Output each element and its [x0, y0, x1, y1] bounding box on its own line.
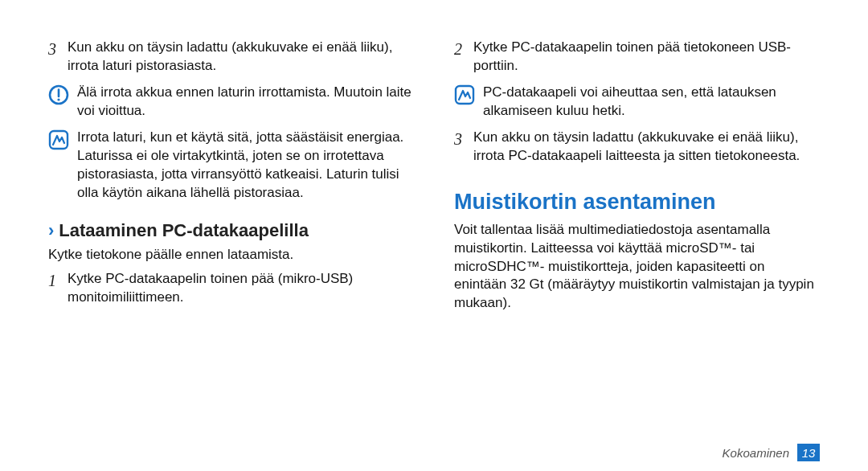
step-item: 3 Kun akku on täysin ladattu (akkukuvake…: [454, 129, 820, 166]
step-item: 3 Kun akku on täysin ladattu (akkukuvake…: [48, 39, 414, 76]
section-body: Voit tallentaa lisää multimediatiedostoj…: [454, 221, 820, 313]
step-number: 1: [48, 270, 68, 290]
info-icon: [454, 84, 483, 105]
svg-point-2: [57, 98, 59, 100]
info-note: Irrota laturi, kun et käytä sitä, jotta …: [48, 129, 414, 203]
page-footer: Kokoaminen 13: [723, 444, 820, 461]
warning-icon: [48, 84, 77, 105]
subsection-title: Lataaminen PC-datakaapelilla: [59, 220, 309, 241]
info-text: Irrota laturi, kun et käytä sitä, jotta …: [77, 129, 414, 203]
step-number: 3: [454, 129, 473, 149]
section-heading: Muistikortin asentaminen: [454, 190, 820, 215]
step-text: Kytke PC-datakaapelin toinen pää tietoko…: [473, 39, 820, 76]
step-item: 1 Kytke PC-datakaapelin toinen pää (mikr…: [48, 270, 414, 307]
info-text: PC-datakaapeli voi aiheuttaa sen, että l…: [483, 84, 820, 121]
info-note: PC-datakaapeli voi aiheuttaa sen, että l…: [454, 84, 820, 121]
two-column-layout: 3 Kun akku on täysin ladattu (akkukuvake…: [48, 39, 820, 319]
step-text: Kytke PC-datakaapelin toinen pää (mikro-…: [68, 270, 414, 307]
chevron-icon: ›: [48, 222, 54, 240]
manual-page: 3 Kun akku on täysin ladattu (akkukuvake…: [0, 0, 868, 471]
step-text: Kun akku on täysin ladattu (akkukuvake e…: [473, 129, 820, 166]
warning-text: Älä irrota akkua ennen laturin irrottami…: [77, 84, 414, 121]
left-column: 3 Kun akku on täysin ladattu (akkukuvake…: [48, 39, 414, 319]
step-text: Kun akku on täysin ladattu (akkukuvake e…: [68, 39, 414, 76]
intro-text: Kytke tietokone päälle ennen lataamista.: [48, 246, 414, 264]
step-number: 3: [48, 39, 68, 59]
footer-page-number: 13: [797, 444, 820, 461]
step-item: 2 Kytke PC-datakaapelin toinen pää tieto…: [454, 39, 820, 76]
right-column: 2 Kytke PC-datakaapelin toinen pää tieto…: [454, 39, 820, 319]
warning-note: Älä irrota akkua ennen laturin irrottami…: [48, 84, 414, 121]
subsection-heading: › Lataaminen PC-datakaapelilla: [48, 220, 414, 241]
footer-section-name: Kokoaminen: [723, 446, 789, 460]
step-number: 2: [454, 39, 473, 59]
info-icon: [48, 129, 77, 150]
